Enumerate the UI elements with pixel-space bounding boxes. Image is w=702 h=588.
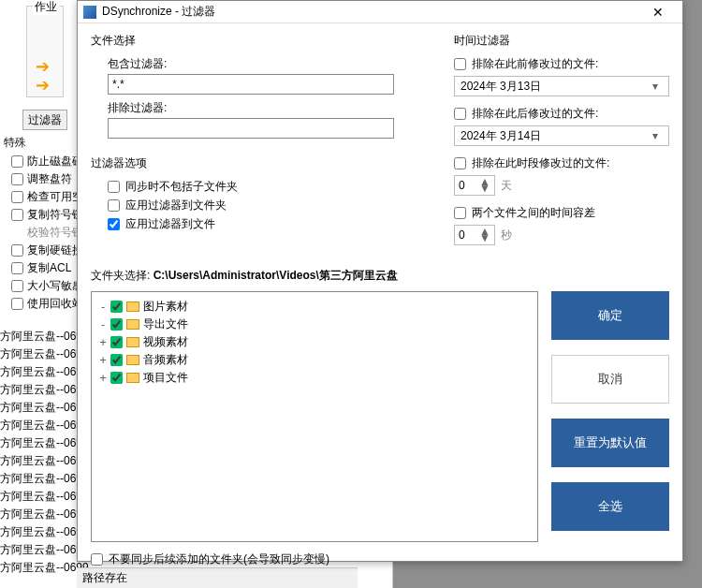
file-select-heading: 文件选择: [91, 33, 431, 49]
tree-item-label: 视频素材: [143, 334, 188, 350]
tree-checkbox[interactable]: [110, 354, 123, 366]
titlebar[interactable]: DSynchronize - 过滤器 ✕: [78, 1, 682, 23]
list-item[interactable]: 方阿里云盘--0699: [0, 523, 77, 541]
folder-tree[interactable]: -图片素材 -导出文件 +视频素材 +音频素材 +项目文件: [91, 291, 538, 542]
folder-icon: [126, 355, 139, 365]
chk-no-later-add[interactable]: 不要同步后续添加的文件夹(会导致同步变慢): [91, 551, 669, 567]
ok-button[interactable]: 确定: [551, 291, 669, 340]
chk-exclude-before[interactable]: 排除在此前修改过的文件:: [454, 56, 669, 72]
tree-item[interactable]: +视频素材: [97, 333, 532, 351]
time-filter-heading: 时间过滤器: [454, 33, 669, 49]
expand-icon[interactable]: -: [97, 301, 109, 314]
list-item[interactable]: 方阿里云盘--0699: [0, 452, 77, 470]
jobs-group-label: 作业: [33, 0, 59, 15]
tree-item-label: 项目文件: [143, 370, 188, 386]
folder-icon: [126, 319, 139, 330]
chk-apply-folder[interactable]: 应用过滤器到文件夹: [108, 198, 431, 213]
list-item[interactable]: 方阿里云盘--0699: [0, 399, 77, 417]
list-item[interactable]: 方阿里云盘--0699: [0, 417, 77, 434]
list-item[interactable]: 方阿里云盘--0699: [0, 488, 77, 506]
tree-item[interactable]: -导出文件: [97, 316, 532, 333]
tree-checkbox[interactable]: [110, 336, 123, 348]
list-item[interactable]: 方阿里云盘--0699: [0, 470, 77, 488]
list-item[interactable]: 方阿里云盘--0699: [0, 506, 77, 523]
list-item[interactable]: 方阿里云盘--0699: [0, 328, 77, 345]
list-item[interactable]: 方阿里云盘--0699: [0, 559, 77, 577]
chk-no-subfolder[interactable]: 同步时不包括子文件夹: [108, 179, 431, 195]
folder-icon: [126, 373, 139, 383]
list-item[interactable]: 方阿里云盘--0699: [0, 363, 77, 381]
date-after-input[interactable]: 2024年 3月14日▾: [454, 125, 669, 146]
folder-icon: [126, 337, 139, 347]
expand-icon[interactable]: +: [97, 336, 109, 349]
expand-icon[interactable]: +: [97, 372, 109, 385]
filter-dialog: DSynchronize - 过滤器 ✕ 文件选择 包含过滤器: 排除过滤器: …: [77, 0, 683, 562]
dialog-title: DSynchronize - 过滤器: [102, 4, 639, 20]
list-item[interactable]: 方阿里云盘--0699: [0, 434, 77, 452]
tolerance-seconds-input[interactable]: 0▲▼: [454, 225, 495, 245]
folder-select-path: 文件夹选择: C:\Users\Administrator\Videos\第三方…: [91, 268, 669, 284]
exclude-filter-input[interactable]: [108, 118, 394, 139]
tree-item[interactable]: +音频素材: [97, 351, 532, 369]
tree-checkbox[interactable]: [110, 372, 123, 384]
app-icon: [83, 6, 96, 19]
date-before-input[interactable]: 2024年 3月13日▾: [454, 76, 669, 96]
range-unit-label: 天: [501, 178, 512, 194]
status-bar: 路径存在: [77, 567, 358, 588]
chk-time-tolerance[interactable]: 两个文件之间的时间容差: [454, 205, 669, 221]
list-item[interactable]: 方阿里云盘--0699: [0, 381, 77, 399]
spinner-icon[interactable]: ▲▼: [479, 179, 490, 192]
list-item[interactable]: 方阿里云盘--0699: [0, 345, 77, 363]
chk-exclude-range[interactable]: 排除在此时段修改过的文件:: [454, 155, 669, 171]
tree-item[interactable]: -图片素材: [97, 298, 532, 316]
tree-item-label: 导出文件: [143, 316, 188, 332]
tree-checkbox[interactable]: [110, 318, 123, 331]
reset-defaults-button[interactable]: 重置为默认值: [551, 419, 669, 467]
folder-icon: [126, 301, 139, 312]
close-button[interactable]: ✕: [639, 5, 677, 20]
exclude-label: 排除过滤器:: [108, 100, 431, 116]
chk-apply-file[interactable]: 应用过滤器到文件: [108, 216, 431, 232]
bg-filter-button[interactable]: 过滤器: [22, 110, 67, 130]
arrow-right-icon: ➔: [36, 75, 50, 96]
tolerance-unit-label: 秒: [501, 228, 512, 243]
tree-checkbox[interactable]: [110, 301, 123, 313]
spinner-icon[interactable]: ▲▼: [479, 228, 490, 242]
arrow-right-icon: ➔: [36, 56, 50, 77]
cancel-button[interactable]: 取消: [551, 355, 669, 404]
expand-icon[interactable]: -: [97, 318, 109, 331]
dropdown-icon: ▾: [648, 80, 663, 93]
tree-item-label: 音频素材: [143, 352, 188, 368]
range-days-input[interactable]: 0▲▼: [454, 175, 495, 196]
include-filter-input[interactable]: [108, 74, 394, 95]
list-item[interactable]: 方阿里云盘--0699: [0, 541, 77, 559]
filter-options-heading: 过滤器选项: [91, 155, 431, 171]
tree-item[interactable]: +项目文件: [97, 369, 532, 387]
chk-exclude-after[interactable]: 排除在此后修改过的文件:: [454, 106, 669, 122]
dropdown-icon: ▾: [648, 129, 663, 142]
bg-path-list: 方阿里云盘--0699 方阿里云盘--0699 方阿里云盘--0699 方阿里云…: [0, 328, 77, 577]
select-all-button[interactable]: 全选: [551, 482, 669, 531]
expand-icon[interactable]: +: [97, 354, 109, 367]
tree-item-label: 图片素材: [143, 299, 188, 315]
include-label: 包含过滤器:: [108, 56, 431, 72]
